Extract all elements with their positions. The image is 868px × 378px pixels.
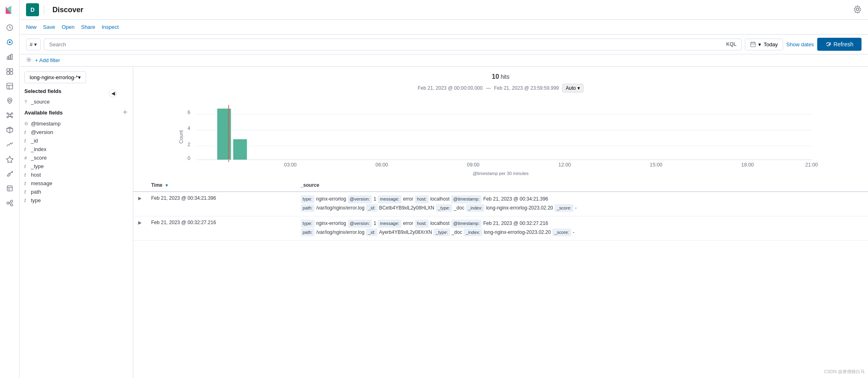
field-type-field[interactable]: t _type bbox=[24, 162, 128, 171]
refresh-icon bbox=[825, 41, 831, 47]
chevron-down-icon-date: ▾ bbox=[758, 41, 761, 48]
field-index[interactable]: t _index bbox=[24, 145, 128, 153]
tag-doctype-1: _type: bbox=[436, 204, 452, 212]
field-path[interactable]: t path bbox=[24, 188, 128, 196]
histogram-chart[interactable]: 0 2 4 6 Count bbox=[143, 96, 858, 169]
field-name-score: _score bbox=[31, 155, 47, 161]
col-time-header[interactable]: Time ▼ bbox=[146, 179, 296, 192]
tag-index-2: _index: bbox=[464, 229, 482, 237]
show-dates-button[interactable]: Show dates bbox=[786, 41, 814, 48]
hits-header: 10 hits bbox=[133, 67, 868, 84]
content-area: ◀ long-nginx-errorlog-* ▾ Selected field… bbox=[20, 67, 868, 378]
field-score[interactable]: # _score bbox=[24, 153, 128, 162]
expand-row-1-button[interactable]: ▶ bbox=[138, 196, 141, 201]
field-name-path: path bbox=[31, 189, 41, 195]
index-pattern-selector[interactable]: long-nginx-errorlog-* ▾ bbox=[24, 71, 86, 83]
search-type-symbol: # bbox=[30, 41, 33, 48]
nav-visualize[interactable] bbox=[3, 50, 16, 63]
svg-rect-8 bbox=[10, 69, 12, 71]
save-button[interactable]: Save bbox=[43, 22, 55, 32]
tag-id-2: _id: bbox=[366, 229, 378, 237]
chevron-down-icon: ▾ bbox=[34, 41, 37, 48]
x-tick-0900: 09:00 bbox=[467, 162, 480, 168]
nav-integrations[interactable] bbox=[3, 197, 16, 210]
tag-fscore-1: _score: bbox=[555, 204, 573, 212]
val-doctype-1: _doc bbox=[454, 204, 464, 212]
field-message[interactable]: t message bbox=[24, 179, 128, 188]
nav-alerts[interactable] bbox=[3, 153, 16, 166]
selected-field-source[interactable]: ? _source bbox=[24, 97, 128, 106]
left-navigation bbox=[0, 0, 20, 378]
share-button[interactable]: Share bbox=[81, 22, 95, 32]
nav-discover[interactable] bbox=[3, 36, 16, 49]
field-version[interactable]: t @version bbox=[24, 128, 128, 136]
nav-observability[interactable] bbox=[3, 138, 16, 151]
tag-type-1: type: bbox=[301, 195, 315, 203]
chevron-down-icon-index: ▾ bbox=[78, 74, 81, 80]
nav-dashboard[interactable] bbox=[3, 65, 16, 78]
val-type-1: nginx-errorlog bbox=[316, 195, 346, 203]
gear-icon[interactable] bbox=[853, 5, 861, 13]
filter-settings-button[interactable] bbox=[26, 57, 32, 64]
inspect-button[interactable]: Inspect bbox=[102, 22, 119, 32]
sidebar-collapse-button[interactable]: ◀ bbox=[109, 89, 117, 97]
field-host[interactable]: t host bbox=[24, 171, 128, 179]
svg-point-32 bbox=[7, 202, 9, 204]
search-input[interactable] bbox=[49, 41, 726, 48]
search-bar: # ▾ KQL ▾ Today Show dates Refresh bbox=[20, 35, 868, 54]
y-axis-label: Count bbox=[178, 130, 184, 144]
add-filter-button[interactable]: + Add filter bbox=[35, 57, 60, 63]
nav-fleet[interactable] bbox=[3, 182, 16, 195]
search-type-selector[interactable]: # ▾ bbox=[26, 39, 41, 50]
field-timestamp[interactable]: ⊙ @timestamp bbox=[24, 119, 128, 128]
refresh-button[interactable]: Refresh bbox=[817, 38, 861, 51]
svg-line-28 bbox=[11, 143, 13, 145]
tag-version-1: @version: bbox=[348, 195, 372, 203]
field-id[interactable]: t _id bbox=[24, 136, 128, 145]
val-host-1: localhost bbox=[430, 195, 449, 203]
nav-dev-tools[interactable] bbox=[3, 167, 16, 180]
field-name-type-bottom: type bbox=[31, 197, 41, 203]
val-id-2: Ayerb4YB9xlL2y08XrXN bbox=[379, 229, 432, 236]
date-picker-button[interactable]: ▾ Today bbox=[745, 39, 783, 50]
open-button[interactable]: Open bbox=[62, 22, 75, 32]
nav-stack-management[interactable] bbox=[3, 123, 16, 136]
nav-ml[interactable] bbox=[3, 109, 16, 122]
table-row: ▶ Feb 21, 2023 @ 00:32:27.216 type: ngin… bbox=[133, 216, 868, 241]
nav-maps[interactable] bbox=[3, 94, 16, 107]
available-fields-settings[interactable] bbox=[122, 109, 128, 116]
x-tick-1800: 18:00 bbox=[741, 162, 754, 168]
field-name-timestamp: @timestamp bbox=[31, 121, 61, 127]
svg-point-3 bbox=[9, 41, 11, 43]
nav-canvas[interactable] bbox=[3, 80, 16, 93]
x-tick-2100: 21:00 bbox=[805, 162, 818, 168]
expand-row-2-button[interactable]: ▶ bbox=[138, 220, 141, 225]
auto-interval-button[interactable]: Auto ▾ bbox=[562, 84, 584, 93]
calendar-icon bbox=[750, 41, 756, 47]
field-type-question: ? bbox=[24, 99, 28, 104]
val-message-1: error bbox=[403, 195, 413, 203]
kibana-logo[interactable] bbox=[3, 3, 16, 16]
svg-rect-10 bbox=[10, 72, 12, 74]
y-tick-6: 6 bbox=[187, 110, 190, 115]
svg-rect-29 bbox=[7, 186, 12, 191]
bar-2[interactable] bbox=[233, 139, 247, 160]
svg-rect-6 bbox=[11, 54, 12, 60]
svg-line-24 bbox=[7, 145, 8, 147]
table-header-row: Time ▼ _source bbox=[133, 179, 868, 192]
header-right bbox=[853, 5, 861, 15]
y-tick-2: 2 bbox=[187, 142, 190, 147]
filter-settings-icon bbox=[26, 57, 32, 63]
new-button[interactable]: New bbox=[26, 22, 37, 32]
val-doctype-2: _doc bbox=[451, 229, 462, 236]
main-content: D Discover New Save Open Share Inspect #… bbox=[20, 0, 868, 378]
nav-clock[interactable] bbox=[3, 21, 16, 34]
svg-point-43 bbox=[124, 111, 126, 113]
svg-rect-38 bbox=[751, 42, 755, 47]
field-type-t-version: t bbox=[24, 130, 28, 135]
tag-path-2: path: bbox=[301, 229, 315, 237]
field-type-bottom[interactable]: t type bbox=[24, 196, 128, 205]
val-path-1: /var/log/nginx/error.log bbox=[316, 204, 365, 212]
val-index-1: long-nginx-errorlog-2023.02.20 bbox=[486, 204, 553, 212]
tag-doctype-2: _type: bbox=[434, 229, 450, 237]
